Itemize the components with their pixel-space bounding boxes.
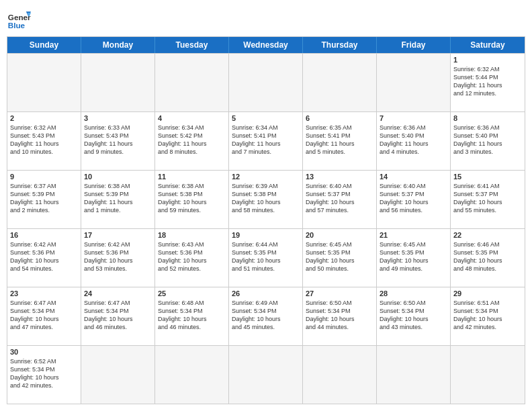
calendar-cell: 14Sunrise: 6:40 AMSunset: 5:37 PMDayligh…: [377, 171, 451, 228]
calendar-week-1: 2Sunrise: 6:32 AMSunset: 5:43 PMDaylight…: [7, 111, 525, 170]
day-number: 4: [158, 114, 226, 122]
calendar-cell: [155, 54, 229, 111]
calendar-week-2: 9Sunrise: 6:37 AMSunset: 5:39 PMDaylight…: [7, 170, 525, 228]
cell-info: Sunrise: 6:33 AMSunset: 5:43 PMDaylight:…: [84, 124, 152, 156]
cell-info: Sunrise: 6:51 AMSunset: 5:34 PMDaylight:…: [453, 299, 522, 332]
day-number: 18: [158, 231, 226, 239]
cell-info: Sunrise: 6:52 AMSunset: 5:34 PMDaylight:…: [10, 357, 78, 390]
calendar-cell: 2Sunrise: 6:32 AMSunset: 5:43 PMDaylight…: [7, 112, 81, 170]
calendar-cell: 27Sunrise: 6:50 AMSunset: 5:34 PMDayligh…: [303, 287, 377, 345]
weekday-header-saturday: Saturday: [451, 37, 525, 53]
calendar-cell: 30Sunrise: 6:52 AMSunset: 5:34 PMDayligh…: [7, 346, 81, 404]
calendar-cell: 7Sunrise: 6:36 AMSunset: 5:40 PMDaylight…: [377, 112, 451, 170]
calendar-week-4: 23Sunrise: 6:47 AMSunset: 5:34 PMDayligh…: [7, 287, 525, 345]
cell-info: Sunrise: 6:32 AMSunset: 5:44 PMDaylight:…: [453, 65, 522, 98]
cell-info: Sunrise: 6:46 AMSunset: 5:35 PMDaylight:…: [453, 240, 522, 273]
calendar-cell: 25Sunrise: 6:48 AMSunset: 5:34 PMDayligh…: [155, 287, 229, 345]
calendar-cell: [229, 346, 303, 404]
cell-info: Sunrise: 6:38 AMSunset: 5:38 PMDaylight:…: [158, 182, 226, 215]
cell-info: Sunrise: 6:37 AMSunset: 5:39 PMDaylight:…: [10, 182, 78, 215]
day-number: 25: [158, 289, 226, 298]
weekday-header-wednesday: Wednesday: [229, 37, 303, 53]
page: General Blue SundayMondayTuesdayWednesda…: [0, 0, 532, 411]
calendar-cell: [303, 346, 377, 404]
cell-info: Sunrise: 6:45 AMSunset: 5:35 PMDaylight:…: [306, 240, 373, 273]
calendar-cell: 3Sunrise: 6:33 AMSunset: 5:43 PMDaylight…: [81, 112, 155, 170]
calendar-cell: 12Sunrise: 6:39 AMSunset: 5:38 PMDayligh…: [229, 171, 303, 228]
cell-info: Sunrise: 6:49 AMSunset: 5:34 PMDaylight:…: [232, 299, 300, 332]
calendar-cell: 15Sunrise: 6:41 AMSunset: 5:37 PMDayligh…: [451, 171, 525, 228]
day-number: 29: [453, 289, 522, 298]
logo-icon: General Blue: [7, 7, 31, 31]
cell-info: Sunrise: 6:38 AMSunset: 5:39 PMDaylight:…: [84, 182, 152, 215]
calendar-cell: 11Sunrise: 6:38 AMSunset: 5:38 PMDayligh…: [155, 171, 229, 228]
calendar-cell: 24Sunrise: 6:47 AMSunset: 5:34 PMDayligh…: [81, 287, 155, 345]
calendar-cell: 21Sunrise: 6:45 AMSunset: 5:35 PMDayligh…: [377, 229, 451, 287]
calendar-body: 1Sunrise: 6:32 AMSunset: 5:44 PMDaylight…: [7, 53, 525, 404]
cell-info: Sunrise: 6:36 AMSunset: 5:40 PMDaylight:…: [453, 124, 522, 156]
calendar-cell: 1Sunrise: 6:32 AMSunset: 5:44 PMDaylight…: [451, 54, 525, 111]
calendar-cell: 9Sunrise: 6:37 AMSunset: 5:39 PMDaylight…: [7, 171, 81, 228]
weekday-header-thursday: Thursday: [303, 37, 377, 53]
day-number: 3: [84, 114, 152, 122]
calendar-cell: [451, 346, 525, 404]
calendar-week-3: 16Sunrise: 6:42 AMSunset: 5:36 PMDayligh…: [7, 228, 525, 287]
calendar-cell: [81, 54, 155, 111]
day-number: 17: [84, 231, 152, 239]
day-number: 23: [10, 289, 78, 298]
weekday-header-tuesday: Tuesday: [155, 37, 229, 53]
weekday-header-sunday: Sunday: [7, 37, 81, 53]
day-number: 19: [232, 231, 300, 239]
calendar-cell: 10Sunrise: 6:38 AMSunset: 5:39 PMDayligh…: [81, 171, 155, 228]
calendar-cell: [229, 54, 303, 111]
calendar-cell: 28Sunrise: 6:50 AMSunset: 5:34 PMDayligh…: [377, 287, 451, 345]
cell-info: Sunrise: 6:40 AMSunset: 5:37 PMDaylight:…: [306, 182, 373, 215]
calendar-cell: [377, 346, 451, 404]
day-number: 5: [232, 114, 300, 122]
cell-info: Sunrise: 6:47 AMSunset: 5:34 PMDaylight:…: [10, 299, 78, 332]
calendar-cell: 18Sunrise: 6:43 AMSunset: 5:36 PMDayligh…: [155, 229, 229, 287]
day-number: 9: [10, 173, 78, 181]
day-number: 11: [158, 173, 226, 181]
calendar-cell: [303, 54, 377, 111]
weekday-header-monday: Monday: [81, 37, 155, 53]
day-number: 27: [306, 289, 373, 298]
cell-info: Sunrise: 6:42 AMSunset: 5:36 PMDaylight:…: [84, 240, 152, 273]
calendar-cell: 22Sunrise: 6:46 AMSunset: 5:35 PMDayligh…: [451, 229, 525, 287]
calendar-cell: [377, 54, 451, 111]
cell-info: Sunrise: 6:45 AMSunset: 5:35 PMDaylight:…: [380, 240, 447, 273]
weekday-header-friday: Friday: [377, 37, 451, 53]
cell-info: Sunrise: 6:35 AMSunset: 5:41 PMDaylight:…: [306, 124, 373, 156]
cell-info: Sunrise: 6:34 AMSunset: 5:42 PMDaylight:…: [158, 124, 226, 156]
day-number: 20: [306, 231, 373, 239]
cell-info: Sunrise: 6:39 AMSunset: 5:38 PMDaylight:…: [232, 182, 300, 215]
calendar-cell: 19Sunrise: 6:44 AMSunset: 5:35 PMDayligh…: [229, 229, 303, 287]
cell-info: Sunrise: 6:42 AMSunset: 5:36 PMDaylight:…: [10, 240, 78, 273]
calendar-cell: 29Sunrise: 6:51 AMSunset: 5:34 PMDayligh…: [451, 287, 525, 345]
day-number: 22: [453, 231, 522, 239]
cell-info: Sunrise: 6:41 AMSunset: 5:37 PMDaylight:…: [453, 182, 522, 215]
day-number: 14: [380, 173, 447, 181]
day-number: 15: [453, 173, 522, 181]
day-number: 26: [232, 289, 300, 298]
day-number: 16: [10, 231, 78, 239]
svg-text:Blue: Blue: [8, 21, 26, 30]
day-number: 8: [453, 114, 522, 122]
day-number: 7: [380, 114, 447, 122]
cell-info: Sunrise: 6:44 AMSunset: 5:35 PMDaylight:…: [232, 240, 300, 273]
day-number: 30: [10, 348, 78, 356]
header: General Blue: [7, 7, 525, 31]
calendar-cell: [81, 346, 155, 404]
calendar-cell: 26Sunrise: 6:49 AMSunset: 5:34 PMDayligh…: [229, 287, 303, 345]
cell-info: Sunrise: 6:50 AMSunset: 5:34 PMDaylight:…: [380, 299, 447, 332]
calendar-week-0: 1Sunrise: 6:32 AMSunset: 5:44 PMDaylight…: [7, 53, 525, 111]
calendar-cell: 5Sunrise: 6:34 AMSunset: 5:41 PMDaylight…: [229, 112, 303, 170]
cell-info: Sunrise: 6:50 AMSunset: 5:34 PMDaylight:…: [306, 299, 373, 332]
cell-info: Sunrise: 6:32 AMSunset: 5:43 PMDaylight:…: [10, 124, 78, 156]
day-number: 1: [453, 56, 522, 64]
calendar-week-5: 30Sunrise: 6:52 AMSunset: 5:34 PMDayligh…: [7, 345, 525, 404]
cell-info: Sunrise: 6:48 AMSunset: 5:34 PMDaylight:…: [158, 299, 226, 332]
calendar-cell: 8Sunrise: 6:36 AMSunset: 5:40 PMDaylight…: [451, 112, 525, 170]
cell-info: Sunrise: 6:34 AMSunset: 5:41 PMDaylight:…: [232, 124, 300, 156]
day-number: 24: [84, 289, 152, 298]
